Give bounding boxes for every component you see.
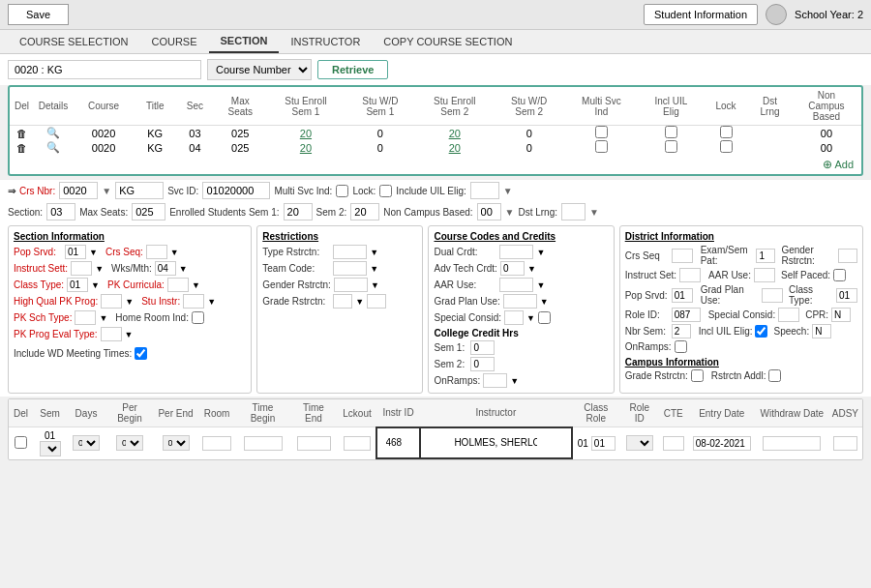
dual-crdt-arrow[interactable]: ▼ (536, 248, 545, 257)
lock-check[interactable] (720, 126, 733, 138)
arrow-btn1[interactable]: ▼ (102, 186, 111, 196)
pk-curricula-arrow[interactable]: ▼ (192, 280, 200, 290)
type-rstrctn-arrow[interactable]: ▼ (370, 248, 378, 257)
grad-plan-use-input[interactable] (503, 294, 537, 309)
on-ramps-input[interactable] (483, 373, 507, 388)
gender-rstrctn-arrow[interactable]: ▼ (371, 280, 379, 290)
team-code-arrow[interactable]: ▼ (370, 264, 378, 274)
d-role-id-input[interactable] (672, 308, 701, 322)
circle-button[interactable] (766, 4, 787, 25)
d-self-paced-check[interactable] (833, 269, 846, 281)
stu-instr-arrow[interactable]: ▼ (207, 297, 216, 307)
crs-nbr-input[interactable] (59, 182, 98, 199)
bt-adsy-input[interactable] (833, 436, 857, 451)
save-button[interactable]: Save (8, 4, 69, 25)
grade-rstrctn-input[interactable] (333, 294, 352, 309)
stu-enroll-sem1-cell[interactable]: 20 (266, 140, 345, 155)
student-info-button[interactable]: Student Information (644, 4, 758, 25)
stu-enroll-sem2-cell[interactable]: 20 (415, 140, 495, 155)
bt-per-end-select[interactable]: 01 (163, 435, 190, 451)
details-icon[interactable]: 🔍 (34, 140, 73, 155)
bt-time-end-input[interactable] (297, 436, 331, 451)
bt-sem-select[interactable]: 01 (40, 441, 61, 456)
c-grade-rstrctn-check[interactable] (691, 369, 704, 382)
cc-sem1-input[interactable] (470, 340, 495, 355)
d-speech-input[interactable] (812, 324, 831, 338)
d-class-type-input[interactable] (836, 288, 857, 303)
svc-id-input[interactable] (202, 182, 270, 199)
sem2-input[interactable] (350, 203, 379, 220)
bt-days-select[interactable]: 05 (73, 435, 100, 451)
bt-room-input[interactable] (202, 436, 231, 451)
instruct-sett-input[interactable] (71, 261, 92, 276)
lock-check[interactable] (720, 140, 733, 153)
tab-section[interactable]: SECTION (209, 30, 280, 53)
bt-time-begin-input[interactable] (244, 436, 283, 451)
incl-uil-dropdown[interactable]: ▼ (503, 186, 513, 196)
tab-copy-course-section[interactable]: COPY COURSE SECTION (372, 30, 524, 53)
tab-course[interactable]: COURSE (139, 30, 208, 53)
grad-plan-use-arrow[interactable]: ▼ (540, 297, 549, 307)
del-icon[interactable]: 🗑 (10, 126, 34, 141)
crs-nbr-title-input[interactable] (115, 182, 164, 199)
gender-rstrctn-input[interactable] (334, 278, 368, 292)
d-grad-plan-use-input[interactable] (762, 288, 783, 303)
exam-sem-pat-input[interactable] (756, 249, 775, 263)
class-type-input[interactable] (67, 278, 88, 292)
bt-instructor-input[interactable] (452, 436, 539, 449)
aar-use-input[interactable] (499, 278, 533, 292)
d-on-ramps-check[interactable] (675, 340, 687, 353)
non-campus-dropdown[interactable]: ▼ (505, 207, 515, 218)
multi-svc-ind-check[interactable] (336, 185, 348, 197)
instruct-sett-arrow[interactable]: ▼ (95, 264, 104, 274)
d-aar-use-input[interactable] (754, 268, 775, 282)
bt-lckout-input[interactable] (344, 436, 371, 451)
stu-instr-input[interactable] (183, 294, 204, 309)
special-consid-arrow[interactable]: ▼ (526, 313, 535, 323)
special-consid-input[interactable] (504, 310, 524, 325)
multi-svc-check[interactable] (595, 126, 608, 138)
special-consid-check[interactable] (538, 311, 551, 324)
bt-instr-id-input[interactable] (384, 436, 413, 449)
stu-enroll-sem2-cell[interactable]: 20 (415, 126, 495, 141)
d-nbr-sem-input[interactable] (672, 324, 691, 338)
adv-tech-crdt-input[interactable] (500, 261, 525, 276)
incl-uil-check[interactable] (665, 126, 677, 138)
pop-srvd-input[interactable] (65, 245, 86, 259)
add-label[interactable]: Add (834, 159, 854, 170)
crs-seq-arrow[interactable]: ▼ (170, 248, 179, 257)
tab-course-selection[interactable]: COURSE SELECTION (8, 30, 139, 53)
bt-cte-input[interactable] (663, 436, 684, 451)
wks-mth-arrow[interactable]: ▼ (179, 264, 188, 274)
adv-tech-crdt-arrow[interactable]: ▼ (527, 264, 536, 274)
high-qual-pk-input[interactable] (101, 294, 122, 309)
type-rstrctn-input[interactable] (333, 245, 367, 259)
high-qual-pk-arrow[interactable]: ▼ (125, 297, 134, 307)
details-icon[interactable]: 🔍 (34, 126, 73, 141)
home-room-ind-check[interactable] (192, 311, 204, 324)
d-pop-srvd-input[interactable] (672, 288, 693, 303)
grade-rstrctn-arrow[interactable]: ▼ (355, 297, 364, 307)
multi-svc-check[interactable] (595, 140, 608, 153)
bt-del-check[interactable] (15, 436, 27, 449)
pk-prog-eval-input[interactable] (101, 327, 122, 341)
del-icon[interactable]: 🗑 (10, 140, 34, 155)
include-wd-check[interactable] (135, 347, 147, 360)
enrolled-sem1-input[interactable] (284, 203, 313, 220)
dst-lrng-input[interactable] (561, 203, 586, 220)
course-filter-input[interactable] (8, 60, 201, 79)
d-cpr-input[interactable] (831, 308, 851, 322)
tab-instructor[interactable]: INSTRUCTOR (279, 30, 372, 53)
bt-class-role-input[interactable] (591, 436, 616, 451)
incl-uil-elig-input[interactable] (470, 182, 499, 199)
pk-prog-eval-arrow[interactable]: ▼ (125, 330, 134, 339)
bt-withdraw-date-input[interactable] (763, 436, 821, 451)
pk-curricula-input[interactable] (167, 278, 189, 292)
course-number-select[interactable]: Course Number (207, 59, 312, 80)
non-campus-based-input[interactable] (477, 203, 501, 220)
retrieve-button[interactable]: Retrieve (317, 60, 388, 79)
bt-role-id-select[interactable] (626, 435, 653, 451)
cc-sem2-input[interactable] (470, 357, 495, 371)
d-incl-uil-elig-check[interactable] (755, 325, 767, 338)
dual-crdt-input[interactable] (499, 245, 533, 259)
